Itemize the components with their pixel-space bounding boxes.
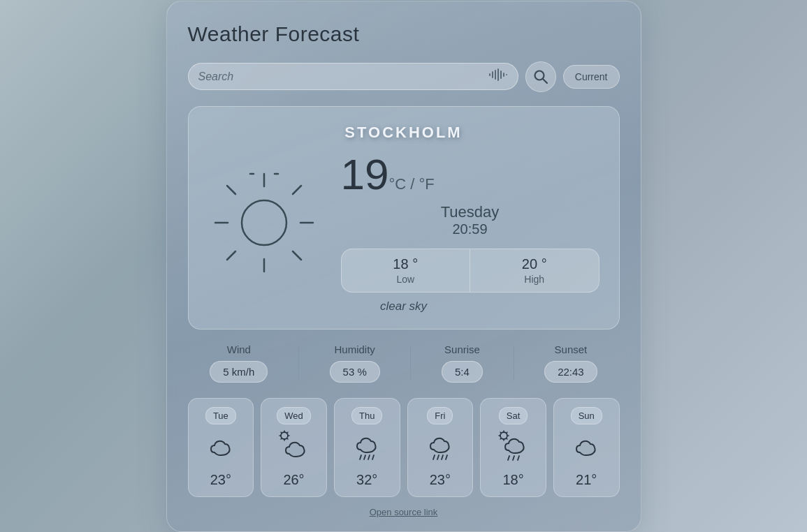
svg-point-19 [242, 200, 286, 245]
divider-2 [410, 346, 411, 380]
svg-line-29 [360, 455, 361, 459]
forecast-card-2[interactable]: Thu 32° [334, 398, 400, 497]
search-bar: Current [188, 61, 620, 92]
forecast-temperature: 26° [283, 472, 304, 488]
high-label: High [481, 274, 588, 285]
wind-stat: Wind 5 km/h [210, 343, 268, 383]
weather-card: STOCKHOLM 19°C / °F [188, 106, 620, 330]
forecast-weather-icon [350, 430, 384, 466]
humidity-label: Humidity [330, 343, 380, 355]
low-label: Low [353, 274, 459, 285]
humidity-stat: Humidity 53 % [330, 343, 380, 383]
low-section: 18 ° Low [342, 249, 471, 292]
forecast-row: Tue 23° Wed 26° Thu [188, 398, 620, 497]
time-display: 20:59 [341, 221, 599, 237]
svg-line-27 [286, 432, 288, 434]
svg-rect-0 [489, 73, 490, 76]
forecast-day-label: Sat [499, 407, 528, 424]
divider-1 [298, 346, 299, 380]
svg-line-31 [368, 455, 370, 459]
svg-line-32 [372, 455, 374, 459]
forecast-card-0[interactable]: Tue 23° [188, 398, 254, 497]
svg-rect-5 [503, 73, 504, 77]
search-button[interactable] [525, 61, 556, 92]
svg-line-16 [227, 251, 235, 260]
svg-line-35 [442, 455, 443, 459]
sunset-stat: Sunset 22:43 [544, 343, 597, 383]
divider-3 [514, 346, 514, 380]
wind-value: 5 km/h [210, 361, 268, 383]
svg-line-47 [513, 456, 514, 460]
forecast-card-3[interactable]: Fri 23° [407, 398, 474, 497]
svg-line-34 [437, 455, 439, 459]
svg-line-48 [518, 456, 519, 460]
svg-line-15 [293, 186, 301, 194]
search-input[interactable] [198, 71, 483, 83]
svg-line-36 [446, 455, 447, 459]
high-temp: 20 ° [481, 256, 588, 272]
forecast-temperature: 23° [430, 472, 451, 488]
sunset-label: Sunset [544, 343, 597, 355]
forecast-temperature: 18° [502, 472, 523, 488]
sunset-value: 22:43 [544, 361, 597, 383]
svg-line-33 [433, 455, 435, 459]
forecast-card-1[interactable]: Wed 26° [261, 398, 327, 497]
sun-icon [208, 167, 320, 279]
forecast-temperature: 32° [356, 472, 377, 488]
svg-line-25 [281, 432, 282, 434]
svg-line-14 [293, 251, 301, 260]
temperature-display: 19°C / °F [341, 153, 599, 196]
svg-line-42 [500, 432, 502, 434]
sound-wave-icon [488, 68, 508, 85]
forecast-card-5[interactable]: Sun 21° [553, 398, 620, 497]
current-location-button[interactable]: Current [563, 65, 620, 89]
forecast-card-4[interactable]: Sat 18° [480, 398, 546, 497]
forecast-day-label: Tue [205, 407, 236, 424]
svg-rect-3 [497, 68, 499, 81]
forecast-weather-icon [277, 430, 311, 466]
svg-rect-4 [500, 71, 502, 79]
forecast-temperature: 23° [210, 472, 231, 488]
svg-line-45 [500, 438, 502, 439]
weather-info: 19°C / °F Tuesday 20:59 18 ° Low 20 ° Hi… [320, 153, 599, 293]
svg-rect-1 [492, 71, 493, 78]
forecast-temperature: 21° [576, 472, 597, 488]
weather-condition: clear sky [208, 300, 599, 313]
svg-line-43 [506, 438, 507, 439]
temperature-value: 19 [341, 150, 389, 198]
svg-line-13 [227, 186, 235, 194]
forecast-weather-icon [497, 430, 530, 466]
stats-row: Wind 5 km/h Humidity 53 % Sunrise 5:4 Su… [188, 343, 620, 383]
svg-line-44 [506, 432, 507, 434]
high-section: 20 ° High [470, 249, 599, 292]
forecast-day-label: Sun [571, 407, 602, 424]
svg-line-28 [281, 438, 282, 439]
sunrise-stat: Sunrise 5:4 [442, 343, 483, 383]
open-source-link[interactable]: Open source link [188, 507, 620, 517]
svg-rect-6 [506, 74, 507, 75]
day-display: Tuesday [341, 203, 599, 221]
svg-line-26 [286, 438, 288, 439]
wind-label: Wind [210, 343, 268, 355]
forecast-day-label: Thu [351, 407, 382, 424]
humidity-value: 53 % [330, 361, 380, 383]
temp-unit: °C / °F [388, 175, 434, 193]
forecast-weather-icon [569, 430, 603, 466]
sunrise-label: Sunrise [442, 343, 483, 355]
low-high-panel: 18 ° Low 20 ° High [341, 249, 599, 293]
svg-line-30 [364, 455, 365, 459]
svg-line-8 [543, 79, 547, 83]
weather-main: 19°C / °F Tuesday 20:59 18 ° Low 20 ° Hi… [208, 153, 599, 293]
svg-rect-2 [495, 70, 496, 80]
forecast-day-label: Fri [427, 407, 453, 424]
svg-line-46 [508, 456, 509, 460]
app-container: Weather Forecast Current [166, 1, 641, 532]
sunrise-value: 5:4 [442, 361, 483, 383]
forecast-weather-icon [204, 430, 238, 466]
search-input-wrap[interactable] [188, 63, 518, 90]
city-name: STOCKHOLM [208, 124, 599, 142]
app-title: Weather Forecast [188, 22, 620, 46]
low-temp: 18 ° [353, 256, 459, 272]
forecast-weather-icon [423, 430, 457, 466]
forecast-day-label: Wed [277, 407, 311, 424]
